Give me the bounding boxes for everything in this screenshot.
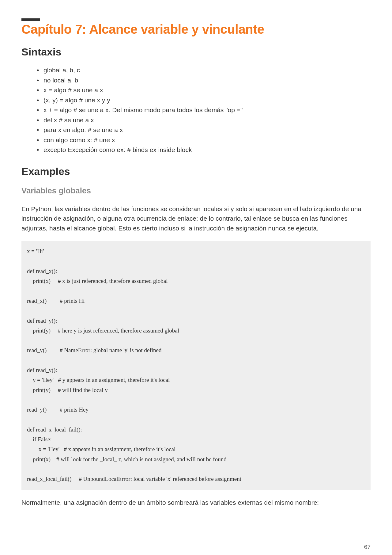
list-item: no local a, b (37, 75, 371, 86)
examples-heading: Examples (21, 165, 371, 177)
list-item: global a, b, c (37, 65, 371, 75)
examples-subsection: Variables globales (21, 186, 371, 196)
list-item: del x # se une a x (37, 115, 371, 125)
intro-paragraph: En Python, las variables dentro de las f… (21, 204, 371, 233)
outro-paragraph: Normalmente, una asignación dentro de un… (21, 498, 371, 507)
list-item: x = algo # se une a x (37, 85, 371, 95)
list-item: (x, y) = algo # une x y y (37, 95, 371, 105)
list-item: con algo como x: # une x (37, 135, 371, 145)
syntax-list: global a, b, c no local a, b x = algo # … (37, 65, 371, 155)
footer-rule (21, 538, 371, 538)
page-number: 67 (21, 544, 371, 550)
list-item: para x en algo: # se une a x (37, 125, 371, 135)
list-item: excepto Excepción como ex: # binds ex in… (37, 145, 371, 155)
chapter-title: Capítulo 7: Alcance variable y vinculant… (21, 22, 371, 37)
chapter-title-rule (21, 18, 40, 21)
list-item: x + = algo # se une a x. Del mismo modo … (37, 105, 371, 115)
syntax-heading: Sintaxis (21, 46, 371, 58)
code-block: x = 'Hi' def read_x(): print(x) # x is j… (21, 241, 371, 489)
